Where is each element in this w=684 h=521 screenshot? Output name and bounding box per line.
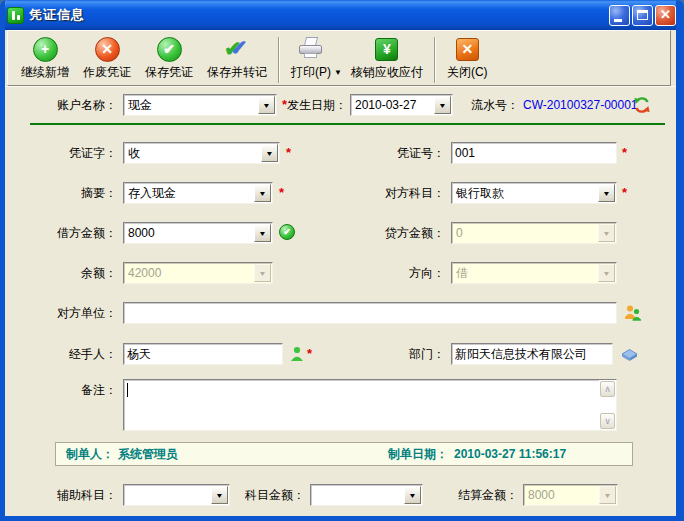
counter-unit-label: 对方单位： (5, 302, 117, 324)
toolbar: + 继续新增 ✕ 作废凭证 ✔ 保存凭证 ✔✔ 保存并转记 打印(P) ▼ ¥ … (7, 30, 671, 86)
dropdown-arrow-icon: ▼ (254, 264, 271, 282)
titlebar: 凭证信息 ✕ (0, 0, 684, 30)
voucher-form: 账户名称： 现金 ▼ * 发生日期： 2010-03-27 ▼ 流水号： CW-… (5, 86, 676, 517)
subject-amount-label: 科目金额： (233, 484, 305, 506)
required-asterisk: * (279, 182, 284, 204)
minimize-button[interactable] (609, 5, 630, 26)
person-icon[interactable] (290, 346, 304, 365)
dropdown-arrow-icon[interactable]: ▼ (261, 144, 278, 162)
dropdown-arrow-icon[interactable]: ▼ (258, 96, 275, 114)
summary-label: 摘要： (5, 182, 117, 204)
dropdown-arrow-icon[interactable]: ▼ (434, 96, 451, 114)
green-divider (30, 123, 665, 125)
void-voucher-button[interactable]: ✕ 作废凭证 (76, 34, 138, 82)
creator-value: 系统管理员 (118, 443, 178, 465)
voucher-no-label: 凭证号： (333, 142, 445, 164)
save-and-post-button[interactable]: ✔✔ 保存并转记 (200, 34, 274, 82)
account-name-label: 账户名称： (5, 94, 117, 116)
amount-valid-check-icon: ✔ (279, 224, 295, 240)
continue-add-button[interactable]: + 继续新增 (14, 34, 76, 82)
maximize-button[interactable] (632, 5, 653, 26)
window-title: 凭证信息 (29, 6, 85, 24)
required-asterisk: * (307, 343, 312, 365)
occur-date-label: 发生日期： (283, 94, 347, 116)
credit-amount-combo: 0 ▼ (451, 222, 617, 244)
toolbar-separator (434, 37, 436, 83)
serial-no-value: CW-20100327-00001 (523, 94, 638, 116)
printer-icon (297, 37, 325, 61)
voucher-word-label: 凭证字： (5, 142, 117, 164)
dropdown-arrow-icon: ▼ (599, 486, 616, 504)
window-controls: ✕ (609, 5, 676, 26)
creator-info-bar: 制单人： 系统管理员 制单日期： 2010-03-27 11:56:17 (55, 442, 633, 466)
voucher-no-input[interactable] (451, 142, 617, 164)
scrollbar[interactable]: ∧ ∨ (599, 380, 616, 430)
dropdown-arrow-icon: ▼ (598, 264, 615, 282)
serial-no-label: 流水号： (457, 94, 519, 116)
counter-subject-label: 对方科目： (333, 182, 445, 204)
balance-combo: 42000 ▼ (123, 262, 273, 284)
create-date-label: 制单日期： (388, 443, 448, 465)
aux-subject-label: 辅助科目： (5, 484, 117, 506)
check-circle-icon: ✔ (157, 37, 182, 62)
dropdown-arrow-icon[interactable]: ▼ (211, 486, 228, 504)
create-date-value: 2010-03-27 11:56:17 (454, 443, 566, 465)
required-asterisk: * (622, 142, 627, 164)
dropdown-arrow-icon: ▼ (598, 224, 615, 242)
close-square-icon: ✕ (456, 38, 479, 61)
dropdown-arrow-icon[interactable]: ▼ (404, 486, 421, 504)
close-window-button[interactable]: ✕ 关闭(C) (440, 34, 495, 82)
text-caret (127, 383, 128, 397)
voucher-word-combo[interactable]: 收 ▼ (123, 142, 280, 164)
settle-amount-combo: 8000 ▼ (523, 484, 618, 506)
print-button[interactable]: 打印(P) (284, 34, 338, 82)
handler-label: 经手人： (5, 343, 117, 365)
add-circle-icon: + (33, 37, 58, 62)
double-check-icon: ✔✔ (222, 36, 252, 62)
toolbar-separator (278, 37, 280, 83)
debit-amount-label: 借方金额： (5, 222, 117, 244)
app-icon (7, 7, 24, 24)
remark-label: 备注： (5, 379, 117, 401)
counter-subject-combo[interactable]: 银行取款 ▼ (451, 182, 617, 204)
summary-combo[interactable]: 存入现金 ▼ (123, 182, 273, 204)
handler-input[interactable] (123, 343, 283, 365)
debit-amount-combo[interactable]: 8000 ▼ (123, 222, 273, 244)
save-voucher-button[interactable]: ✔ 保存凭证 (138, 34, 200, 82)
book-icon[interactable] (620, 346, 639, 365)
credit-amount-label: 贷方金额： (333, 222, 445, 244)
yuan-icon: ¥ (375, 38, 398, 61)
dropdown-arrow-icon[interactable]: ▼ (254, 224, 271, 242)
direction-label: 方向： (333, 262, 445, 284)
print-dropdown-arrow-icon[interactable]: ▼ (334, 68, 342, 77)
balance-label: 余额： (5, 262, 117, 284)
aux-subject-combo[interactable]: ▼ (123, 484, 230, 506)
remark-textarea[interactable]: ∧ ∨ (123, 379, 617, 431)
writeoff-button[interactable]: ¥ 核销应收应付 (344, 34, 430, 82)
occur-date-combo[interactable]: 2010-03-27 ▼ (350, 94, 453, 116)
settle-amount-label: 结算金额： (430, 484, 518, 506)
close-button[interactable]: ✕ (655, 5, 676, 26)
subject-amount-combo[interactable]: ▼ (310, 484, 423, 506)
voucher-info-window: 凭证信息 ✕ + 继续新增 ✕ 作废凭证 ✔ 保存凭证 ✔✔ 保存并转记 打印(… (0, 0, 684, 521)
required-asterisk: * (286, 142, 291, 164)
required-asterisk: * (622, 182, 627, 204)
account-name-combo[interactable]: 现金 ▼ (123, 94, 277, 116)
scroll-down-icon[interactable]: ∨ (600, 413, 615, 429)
counter-unit-input[interactable] (123, 302, 617, 324)
scroll-up-icon[interactable]: ∧ (600, 381, 615, 397)
refresh-icon[interactable] (633, 96, 651, 117)
department-label: 部门： (333, 343, 445, 365)
department-input[interactable] (451, 343, 613, 365)
dropdown-arrow-icon[interactable]: ▼ (254, 184, 271, 202)
direction-combo: 借 ▼ (451, 262, 617, 284)
dropdown-arrow-icon[interactable]: ▼ (598, 184, 615, 202)
people-icon[interactable] (624, 304, 642, 324)
creator-label: 制单人： (66, 443, 114, 465)
cancel-circle-icon: ✕ (95, 37, 120, 62)
close-icon: ✕ (656, 7, 675, 22)
